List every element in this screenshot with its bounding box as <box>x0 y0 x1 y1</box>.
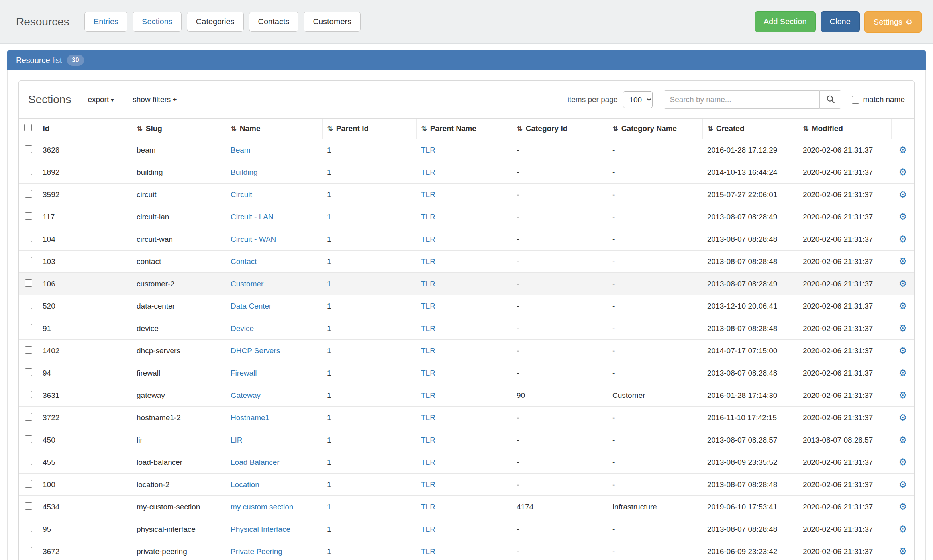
export-dropdown[interactable]: export▾ <box>88 95 114 104</box>
parent-name-link[interactable]: TLR <box>421 324 435 333</box>
row-checkbox[interactable] <box>25 368 32 376</box>
row-checkbox[interactable] <box>25 547 32 554</box>
parent-name-link[interactable]: TLR <box>421 146 435 154</box>
row-settings-gear-icon[interactable]: ⚙ <box>899 501 907 512</box>
row-settings-gear-icon[interactable]: ⚙ <box>899 323 907 333</box>
name-link[interactable]: LIR <box>231 436 243 444</box>
parent-name-link[interactable]: TLR <box>421 503 435 511</box>
parent-name-link[interactable]: TLR <box>421 280 435 288</box>
row-checkbox[interactable] <box>25 413 32 421</box>
parent-name-link[interactable]: TLR <box>421 347 435 355</box>
row-settings-gear-icon[interactable]: ⚙ <box>899 546 907 556</box>
parent-name-link[interactable]: TLR <box>421 413 435 422</box>
row-settings-gear-icon[interactable]: ⚙ <box>899 167 907 177</box>
row-checkbox[interactable] <box>25 190 32 198</box>
column-header-name[interactable]: ⇅Name <box>226 119 322 139</box>
name-link[interactable]: Gateway <box>231 391 261 399</box>
name-link[interactable]: my custom section <box>231 503 293 511</box>
column-header-slug[interactable]: ⇅Slug <box>132 119 226 139</box>
row-checkbox[interactable] <box>25 302 32 309</box>
name-link[interactable]: Load Balancer <box>231 458 280 466</box>
row-settings-gear-icon[interactable]: ⚙ <box>899 457 907 467</box>
row-checkbox[interactable] <box>25 324 32 331</box>
search-input[interactable] <box>664 90 820 109</box>
name-link[interactable]: Location <box>231 480 259 489</box>
row-checkbox[interactable] <box>25 168 32 175</box>
row-checkbox[interactable] <box>25 435 32 443</box>
row-settings-gear-icon[interactable]: ⚙ <box>899 145 907 155</box>
column-header-category-name[interactable]: ⇅Category Name <box>608 119 702 139</box>
column-header-created[interactable]: ⇅Created <box>702 119 798 139</box>
parent-name-link[interactable]: TLR <box>421 369 435 377</box>
nav-button-sections[interactable]: Sections <box>133 12 182 32</box>
row-settings-gear-icon[interactable]: ⚙ <box>899 301 907 311</box>
match-name-checkbox[interactable] <box>852 96 859 104</box>
row-settings-gear-icon[interactable]: ⚙ <box>899 278 907 289</box>
row-settings-gear-icon[interactable]: ⚙ <box>899 368 907 378</box>
search-button[interactable] <box>820 90 841 109</box>
nav-button-categories[interactable]: Categories <box>187 12 244 32</box>
name-link[interactable]: Data Center <box>231 302 271 310</box>
nav-button-customers[interactable]: Customers <box>304 12 361 32</box>
row-settings-gear-icon[interactable]: ⚙ <box>899 412 907 423</box>
parent-name-link[interactable]: TLR <box>421 213 435 221</box>
row-checkbox[interactable] <box>25 391 32 398</box>
column-header-modified[interactable]: ⇅Modified <box>798 119 891 139</box>
row-settings-gear-icon[interactable]: ⚙ <box>899 435 907 445</box>
column-header-parent-name[interactable]: ⇅Parent Name <box>416 119 512 139</box>
name-link[interactable]: Contact <box>231 257 257 266</box>
row-settings-gear-icon[interactable]: ⚙ <box>899 189 907 200</box>
row-checkbox[interactable] <box>25 480 32 488</box>
settings-button[interactable]: Settings⚙ <box>864 11 922 33</box>
row-settings-gear-icon[interactable]: ⚙ <box>899 390 907 400</box>
name-link[interactable]: Circuit - WAN <box>231 235 276 243</box>
row-checkbox[interactable] <box>25 212 32 220</box>
clone-button[interactable]: Clone <box>821 11 860 32</box>
row-checkbox[interactable] <box>25 145 32 153</box>
parent-name-link[interactable]: TLR <box>421 235 435 243</box>
row-checkbox[interactable] <box>25 458 32 465</box>
name-link[interactable]: Circuit <box>231 190 252 199</box>
row-settings-gear-icon[interactable]: ⚙ <box>899 234 907 244</box>
column-header-parent-id[interactable]: ⇅Parent Id <box>322 119 416 139</box>
row-settings-gear-icon[interactable]: ⚙ <box>899 345 907 356</box>
name-link[interactable]: Hostname1 <box>231 413 269 422</box>
cell-parent-id: 1 <box>322 362 416 384</box>
show-filters-toggle[interactable]: show filters + <box>133 95 177 104</box>
row-checkbox[interactable] <box>25 525 32 532</box>
name-link[interactable]: Circuit - LAN <box>231 213 274 221</box>
row-checkbox[interactable] <box>25 279 32 287</box>
parent-name-link[interactable]: TLR <box>421 547 435 556</box>
parent-name-link[interactable]: TLR <box>421 190 435 199</box>
parent-name-link[interactable]: TLR <box>421 391 435 399</box>
parent-name-link[interactable]: TLR <box>421 168 435 176</box>
name-link[interactable]: Firewall <box>231 369 257 377</box>
row-settings-gear-icon[interactable]: ⚙ <box>899 479 907 490</box>
row-settings-gear-icon[interactable]: ⚙ <box>899 256 907 266</box>
select-all-checkbox[interactable] <box>24 124 32 131</box>
parent-name-link[interactable]: TLR <box>421 436 435 444</box>
name-link[interactable]: Beam <box>231 146 251 154</box>
name-link[interactable]: Private Peering <box>231 547 282 556</box>
row-checkbox[interactable] <box>25 346 32 354</box>
row-settings-gear-icon[interactable]: ⚙ <box>899 524 907 534</box>
items-per-page-select[interactable]: 100 <box>623 91 653 108</box>
parent-name-link[interactable]: TLR <box>421 458 435 466</box>
row-settings-gear-icon[interactable]: ⚙ <box>899 211 907 222</box>
parent-name-link[interactable]: TLR <box>421 257 435 266</box>
name-link[interactable]: DHCP Servers <box>231 347 280 355</box>
name-link[interactable]: Device <box>231 324 254 333</box>
row-checkbox[interactable] <box>25 502 32 510</box>
name-link[interactable]: Customer <box>231 280 263 288</box>
column-header-category-id[interactable]: ⇅Category Id <box>512 119 608 139</box>
name-link[interactable]: Physical Interface <box>231 525 290 533</box>
parent-name-link[interactable]: TLR <box>421 302 435 310</box>
name-link[interactable]: Building <box>231 168 258 176</box>
parent-name-link[interactable]: TLR <box>421 525 435 533</box>
nav-button-entries[interactable]: Entries <box>84 12 127 32</box>
parent-name-link[interactable]: TLR <box>421 480 435 489</box>
add-section-button[interactable]: Add Section <box>755 11 816 32</box>
row-checkbox[interactable] <box>25 257 32 264</box>
nav-button-contacts[interactable]: Contacts <box>249 12 299 32</box>
row-checkbox[interactable] <box>25 235 32 242</box>
